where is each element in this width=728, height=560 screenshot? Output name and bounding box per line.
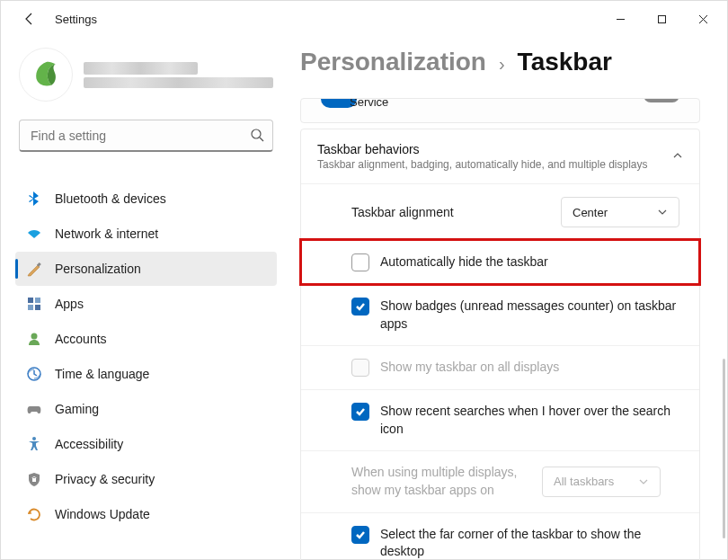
alldisplays-checkbox bbox=[351, 359, 369, 377]
recent-checkbox[interactable] bbox=[351, 403, 369, 421]
accounts-icon bbox=[26, 331, 42, 347]
nav-item-label: Windows Update bbox=[55, 507, 150, 521]
previous-section-tail[interactable]: Service bbox=[300, 98, 700, 123]
minimize-button[interactable] bbox=[599, 4, 641, 33]
alignment-value: Center bbox=[573, 206, 608, 219]
farcorner-checkbox[interactable] bbox=[351, 526, 369, 544]
alldisplays-label: Show my taskbar on all displays bbox=[380, 359, 679, 377]
search-box[interactable] bbox=[19, 120, 273, 152]
accessibility-icon bbox=[26, 436, 42, 452]
behaviors-expander-header[interactable]: Taskbar behaviors Taskbar alignment, bad… bbox=[301, 129, 699, 183]
nav-item-bluetooth[interactable]: Bluetooth & devices bbox=[15, 182, 277, 216]
nav-item-time[interactable]: Time & language bbox=[15, 357, 277, 391]
nav-item-apps[interactable]: Apps bbox=[15, 287, 277, 321]
taskbar-behaviors-section: Taskbar behaviors Taskbar alignment, bad… bbox=[300, 129, 700, 560]
farcorner-row[interactable]: Select the far corner of the taskbar to … bbox=[301, 512, 699, 560]
nav-item-label: Personalization bbox=[55, 262, 141, 276]
multidisplay-label: When using multiple displays, show my ta… bbox=[351, 464, 531, 499]
multidisplay-value: All taskbars bbox=[554, 475, 614, 488]
nav-item-accounts[interactable]: Accounts bbox=[15, 322, 277, 356]
alignment-label: Taskbar alignment bbox=[321, 205, 561, 219]
breadcrumb: Personalization › Taskbar bbox=[300, 48, 700, 76]
behaviors-desc: Taskbar alignment, badging, automaticall… bbox=[317, 158, 672, 171]
maximize-button[interactable] bbox=[641, 4, 682, 33]
alldisplays-row: Show my taskbar on all displays bbox=[301, 345, 699, 389]
close-button[interactable] bbox=[682, 4, 724, 33]
search-icon bbox=[250, 128, 264, 142]
multidisplay-select: All taskbars bbox=[542, 467, 661, 497]
content-area: Personalization › Taskbar Service Taskba… bbox=[284, 37, 727, 559]
chevron-down-icon bbox=[657, 207, 668, 218]
user-profile[interactable] bbox=[15, 48, 277, 116]
alignment-row: Taskbar alignment Center bbox=[301, 183, 699, 240]
svg-point-7 bbox=[31, 333, 38, 340]
nav-item-label: Gaming bbox=[55, 402, 99, 416]
autohide-checkbox[interactable] bbox=[351, 253, 369, 271]
page-title: Taskbar bbox=[518, 48, 612, 76]
badges-checkbox[interactable] bbox=[351, 298, 369, 316]
svg-rect-3 bbox=[28, 298, 33, 303]
personalization-icon bbox=[26, 261, 42, 277]
title-bar: Settings bbox=[1, 1, 727, 37]
avatar bbox=[19, 48, 73, 102]
recent-row[interactable]: Show recent searches when I hover over t… bbox=[301, 389, 699, 450]
nav-item-label: Accounts bbox=[55, 332, 107, 346]
nav-item-personalization[interactable]: Personalization bbox=[15, 252, 277, 286]
autohide-label: Automatically hide the taskbar bbox=[380, 253, 679, 271]
nav-item-privacy[interactable]: Privacy & security bbox=[15, 462, 277, 496]
farcorner-label: Select the far corner of the taskbar to … bbox=[380, 526, 679, 560]
badges-row[interactable]: Show badges (unread messages counter) on… bbox=[301, 284, 699, 345]
alignment-select[interactable]: Center bbox=[561, 197, 679, 227]
chevron-down-icon bbox=[638, 476, 649, 487]
nav-item-label: Accessibility bbox=[55, 437, 123, 451]
time-icon bbox=[26, 366, 42, 382]
svg-point-9 bbox=[32, 437, 36, 440]
nav-item-update[interactable]: Windows Update bbox=[15, 497, 277, 531]
svg-rect-10 bbox=[32, 478, 36, 482]
nav-item-gaming[interactable]: Gaming bbox=[15, 392, 277, 426]
gaming-icon bbox=[26, 401, 42, 417]
nav-item-label: Time & language bbox=[55, 367, 149, 381]
chevron-up-icon bbox=[672, 148, 683, 164]
update-icon bbox=[26, 506, 42, 522]
autohide-row[interactable]: Automatically hide the taskbar bbox=[301, 240, 699, 284]
svg-rect-6 bbox=[35, 305, 40, 310]
nav-item-label: Bluetooth & devices bbox=[55, 191, 166, 206]
sidebar: Bluetooth & devices Network & internet P… bbox=[1, 37, 284, 559]
remnant-chevron bbox=[644, 98, 679, 102]
network-icon bbox=[26, 226, 42, 242]
nav-item-label: Privacy & security bbox=[55, 472, 155, 486]
apps-icon bbox=[26, 296, 42, 312]
svg-rect-5 bbox=[28, 305, 33, 310]
user-info bbox=[84, 59, 273, 91]
badges-label: Show badges (unread messages counter) on… bbox=[380, 298, 679, 333]
chevron-right-icon: › bbox=[499, 54, 505, 75]
nav-item-label: Apps bbox=[55, 297, 84, 311]
search-input[interactable] bbox=[19, 120, 273, 152]
recent-label: Show recent searches when I hover over t… bbox=[380, 403, 679, 438]
multidisplay-row: When using multiple displays, show my ta… bbox=[301, 450, 699, 511]
privacy-icon bbox=[26, 471, 42, 487]
remnant-label: Service bbox=[350, 98, 388, 109]
window-title: Settings bbox=[55, 13, 97, 26]
breadcrumb-parent[interactable]: Personalization bbox=[300, 48, 486, 76]
svg-rect-0 bbox=[658, 15, 665, 22]
svg-rect-4 bbox=[35, 298, 40, 303]
svg-point-1 bbox=[252, 129, 261, 138]
scrollbar-thumb[interactable] bbox=[723, 359, 725, 538]
back-button[interactable] bbox=[15, 4, 44, 33]
nav-item-accessibility[interactable]: Accessibility bbox=[15, 427, 277, 461]
nav-list: Bluetooth & devices Network & internet P… bbox=[15, 164, 277, 531]
bluetooth-icon bbox=[26, 191, 42, 207]
nav-item-label: Network & internet bbox=[55, 227, 158, 241]
behaviors-title: Taskbar behaviors bbox=[317, 142, 672, 156]
nav-item-partial bbox=[15, 164, 277, 181]
nav-item-network[interactable]: Network & internet bbox=[15, 217, 277, 251]
